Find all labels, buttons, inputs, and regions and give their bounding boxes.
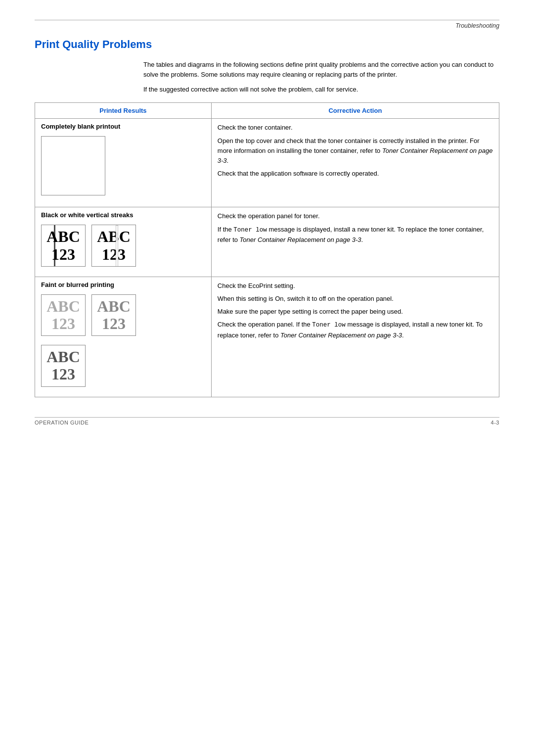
col-header-printed-results: Printed Results [35,103,212,119]
corrective-text: Check the operation panel for toner. [218,211,493,221]
sample-abc-text: ABC123 [46,228,80,263]
sample-streaks-row: ABC123 ABC123 [41,223,205,268]
corrective-faint: Check the EcoPrint setting. When this se… [211,277,499,397]
sample-faint-right: ABC123 [91,294,136,336]
chapter-header: Troubleshooting [35,22,499,29]
sample-abc-text: ABC123 [46,348,80,383]
footer-rule [35,417,499,418]
sample-abc-text: ABC123 [97,228,131,263]
intro-p1: The tables and diagrams in the following… [143,60,499,80]
sample-abc-text: ABC123 [97,298,131,332]
printed-result-faint: Faint or blurred printing ABC123 ABC123 [35,277,212,397]
row-label-blank: Completely blank printout [41,123,205,130]
intro-block: The tables and diagrams in the following… [143,60,499,94]
corrective-text: Make sure the paper type setting is corr… [218,307,493,317]
printed-result-streaks: Black or white vertical streaks ABC123 A… [35,207,212,277]
sample-faint-bottom: ABC123 [41,345,86,386]
row-label-streaks: Black or white vertical streaks [41,211,205,219]
table-row: Faint or blurred printing ABC123 ABC123 [35,277,499,397]
corrective-text: Check the toner container. [218,123,493,133]
corrective-streaks: Check the operation panel for toner. If … [211,207,499,277]
mono-text: Toner low [312,322,346,329]
sample-streaks-left: ABC123 [41,225,86,266]
col-header-corrective-action: Corrective Action [211,103,499,119]
row-label-faint: Faint or blurred printing [41,281,205,288]
corrective-text: Check the EcoPrint setting. [218,281,493,291]
sample-blank [41,136,105,195]
page-title: Print Quality Problems [35,38,499,51]
print-quality-table: Printed Results Corrective Action Comple… [35,102,499,397]
mono-text: Toner low [233,227,267,234]
footer: OPERATION GUIDE 4-3 [35,420,499,425]
corrective-text: When this setting is On, switch it to of… [218,294,493,304]
table-row: Completely blank printout Check the tone… [35,119,499,207]
header-rule [35,20,499,20]
sample-abc-text: ABC123 [46,298,80,332]
corrective-blank: Check the toner container. Open the top … [211,119,499,207]
footer-right: 4-3 [491,420,499,425]
corrective-text: Open the top cover and check that the to… [218,136,493,166]
sample-faint-left: ABC123 [41,294,86,336]
sample-faint-row: ABC123 ABC123 [41,292,205,338]
corrective-text: If the Toner low message is displayed, i… [218,225,493,245]
intro-p2: If the suggested corrective action will … [143,85,499,94]
corrective-text: Check the operation panel. If the Toner … [218,320,493,340]
table-row: Black or white vertical streaks ABC123 A… [35,207,499,277]
printed-result-blank: Completely blank printout [35,119,212,207]
corrective-text: Check that the application software is c… [218,169,493,179]
footer-left: OPERATION GUIDE [35,420,89,425]
sample-streaks-right: ABC123 [91,225,136,266]
page: Troubleshooting Print Quality Problems T… [0,0,534,756]
